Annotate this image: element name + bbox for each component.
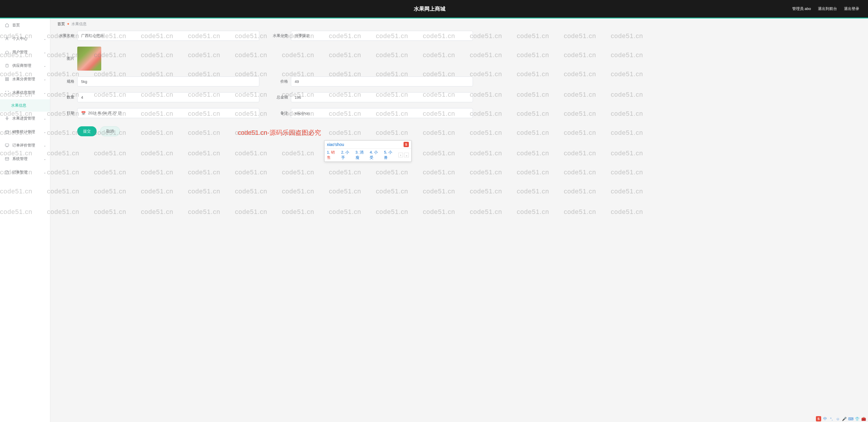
- image-preview[interactable]: [77, 47, 101, 71]
- ime-next-icon[interactable]: ›: [398, 153, 403, 158]
- ime-candidate[interactable]: 4. 小受: [370, 150, 380, 160]
- ime-dropdown-icon[interactable]: ⌄: [404, 153, 409, 158]
- row-image: 图片: [57, 47, 473, 71]
- svg-rect-4: [6, 79, 7, 81]
- cancel-button[interactable]: 取消: [100, 126, 120, 136]
- chevron-down-icon: ⌄: [43, 78, 46, 81]
- mail-icon: [5, 157, 9, 161]
- ime-nav: › ⌄: [398, 153, 409, 158]
- sidebar-item-fruit-info[interactable]: 水果信息管理 ⌃: [0, 86, 50, 100]
- ime-pinyin: xiao'shou: [327, 142, 344, 147]
- sidebar-item-label: 订单评价管理: [12, 143, 35, 148]
- calendar-icon: 📅: [81, 111, 86, 115]
- chevron-down-icon: ⌄: [43, 64, 46, 67]
- svg-rect-2: [6, 78, 7, 79]
- sidebar-item-label: 水果分类管理: [12, 77, 35, 82]
- total-input[interactable]: [291, 92, 473, 102]
- sidebar-item-label: 个人中心: [12, 36, 28, 41]
- power-icon: [5, 50, 9, 55]
- sidebar-item-label: 水果进货管理: [12, 116, 35, 121]
- sidebar-item-home[interactable]: 首页: [0, 19, 50, 32]
- ime-candidate[interactable]: 1. 销售: [327, 150, 337, 160]
- spec-label: 规格: [57, 79, 74, 84]
- expand-icon: [5, 90, 9, 95]
- monitor-icon: [5, 143, 9, 148]
- sidebar-item-review[interactable]: 订单评价管理 ⌄: [0, 139, 50, 152]
- ime-candidate[interactable]: 2. 小手: [341, 150, 351, 160]
- svg-rect-8: [5, 144, 9, 146]
- breadcrumb-home[interactable]: 首页: [57, 21, 65, 27]
- logout-link[interactable]: 退出登录: [844, 6, 859, 11]
- app-title: 水果网上商城: [9, 5, 792, 12]
- date-input[interactable]: 📅 2021 年 04 月 27 日: [77, 108, 259, 118]
- header: 水果网上商城 管理员 abo 退出到前台 退出登录: [0, 0, 868, 18]
- chevron-down-icon: ⌄: [43, 51, 46, 54]
- chevron-down-icon: ⌄: [43, 117, 46, 120]
- sidebar-item-orders[interactable]: 订单管理 ⌄: [0, 166, 50, 179]
- sogou-tray-icon[interactable]: S: [816, 416, 821, 421]
- sidebar-item-system[interactable]: 系统管理 ⌄: [0, 152, 50, 166]
- sidebar-item-profile[interactable]: 个人中心 ⌄: [0, 32, 50, 46]
- total-label: 总金额: [271, 95, 288, 100]
- breadcrumb-current: 水果信息: [71, 21, 87, 27]
- name-label: 水果名称: [57, 33, 74, 38]
- ime-candidates: 1. 销售 2. 小手 3. 消瘦 4. 小受 5. 小兽 › ⌄: [324, 148, 411, 162]
- sidebar-item-purchase[interactable]: 水果进货管理 ⌄: [0, 112, 50, 125]
- form-actions: 提交 取消: [57, 126, 473, 136]
- grid-icon: [5, 77, 9, 82]
- sidebar: 首页 个人中心 ⌄ 用户管理 ⌄ 供应商管理 ⌄ 水果分类管理 ⌄ 水果信息管理…: [0, 19, 50, 422]
- date-value: 2021 年 04 月 27 日: [88, 111, 122, 116]
- goto-front-link[interactable]: 退出到前台: [818, 6, 837, 11]
- ime-candidate[interactable]: 5. 小兽: [384, 150, 394, 160]
- sidebar-item-label: 用户管理: [12, 50, 28, 55]
- image-label: 图片: [57, 56, 74, 61]
- svg-rect-5: [7, 79, 8, 81]
- svg-point-0: [6, 37, 8, 39]
- sidebar-subitem-fruit-info[interactable]: 水果信息: [0, 100, 50, 112]
- sidebar-item-supplier[interactable]: 供应商管理 ⌄: [0, 59, 50, 73]
- ime-candidate[interactable]: 3. 消瘦: [355, 150, 366, 160]
- user-icon: [5, 36, 9, 41]
- emoji-icon[interactable]: ☺: [835, 416, 840, 421]
- breadcrumb: 首页 ✦ 水果信息: [57, 21, 861, 27]
- chevron-down-icon: ⌄: [43, 131, 46, 134]
- ime-mode-icon[interactable]: 中: [823, 416, 828, 421]
- keyboard-icon[interactable]: ⌨: [848, 416, 854, 421]
- sidebar-item-label: 首页: [12, 23, 20, 28]
- sidebar-item-users[interactable]: 用户管理 ⌄: [0, 46, 50, 59]
- punctuation-icon[interactable]: °,: [829, 416, 834, 421]
- sidebar-item-label: 水果信息管理: [12, 90, 35, 95]
- qty-input[interactable]: [77, 92, 259, 102]
- voice-icon[interactable]: 🎤: [842, 416, 847, 421]
- chevron-down-icon: ⌄: [43, 144, 46, 147]
- system-tray: S 中 °, ☺ 🎤 ⌨ 👕 🧰: [816, 416, 866, 421]
- category-input[interactable]: [291, 31, 473, 41]
- sidebar-item-label: 系统管理: [12, 156, 28, 162]
- submit-button[interactable]: 提交: [77, 126, 97, 136]
- spec-input[interactable]: [77, 77, 259, 86]
- sidebar-item-sales[interactable]: 销售统计管理 ⌄: [0, 125, 50, 139]
- date-label: 日期: [57, 111, 74, 116]
- category-label: 水果分类: [271, 33, 288, 38]
- qty-label: 数量: [57, 95, 74, 100]
- remark-label: 备注: [271, 111, 288, 116]
- sidebar-item-category[interactable]: 水果分类管理 ⌄: [0, 73, 50, 86]
- content: 首页 ✦ 水果信息 水果名称 水果分类 图片 规格 价格: [50, 19, 868, 422]
- remark-input[interactable]: [291, 108, 473, 118]
- toolbox-icon[interactable]: 🧰: [861, 416, 866, 421]
- svg-rect-6: [6, 117, 8, 119]
- svg-rect-1: [6, 64, 8, 67]
- chevron-down-icon: ⌄: [43, 158, 46, 161]
- admin-label[interactable]: 管理员 abo: [792, 6, 811, 11]
- file-icon: [5, 170, 9, 175]
- breadcrumb-separator-icon: ✦: [67, 22, 70, 26]
- name-input[interactable]: [77, 31, 259, 41]
- skin-icon[interactable]: 👕: [855, 416, 860, 421]
- row-qty: 数量: [57, 92, 259, 102]
- sidebar-item-label: 订单管理: [12, 170, 28, 175]
- calendar-icon: [5, 130, 9, 134]
- price-input[interactable]: [291, 77, 473, 86]
- row-total: 总金额: [271, 92, 473, 102]
- sogou-logo-icon: S: [404, 142, 409, 147]
- svg-rect-7: [6, 131, 9, 134]
